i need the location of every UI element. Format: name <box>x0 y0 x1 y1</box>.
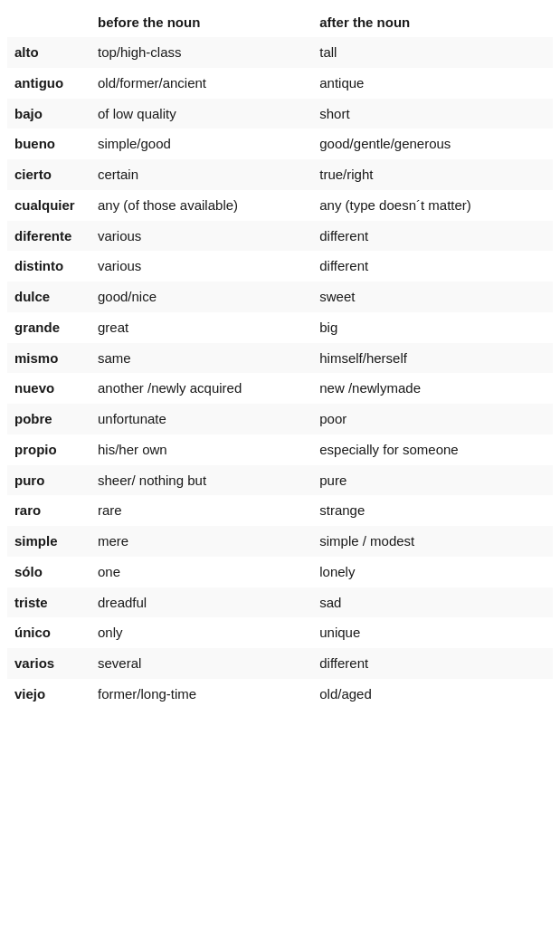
word-cell: antiguo <box>7 68 90 99</box>
table-row: altotop/high-classtall <box>7 37 553 68</box>
adjectives-table: before the noun after the noun altotop/h… <box>7 9 553 710</box>
after-cell: true/right <box>312 159 553 190</box>
before-cell: dreadful <box>90 587 312 618</box>
main-container: before the noun after the noun altotop/h… <box>0 0 560 719</box>
before-cell: of low quality <box>90 99 312 129</box>
table-row: grandegreatbig <box>7 312 553 343</box>
word-cell: varios <box>7 648 90 679</box>
after-cell: tall <box>312 37 553 68</box>
table-body: altotop/high-classtallantiguoold/former/… <box>7 37 553 710</box>
table-row: distintovariousdifferent <box>7 251 553 282</box>
before-cell: great <box>90 312 312 343</box>
table-row: buenosimple/goodgood/gentle/generous <box>7 129 553 159</box>
before-cell: his/her own <box>90 434 312 465</box>
word-cell: propio <box>7 434 90 465</box>
word-cell: distinto <box>7 251 90 282</box>
word-cell: bajo <box>7 99 90 129</box>
table-row: dulcegood/nicesweet <box>7 282 553 312</box>
word-cell: raro <box>7 495 90 526</box>
word-cell: puro <box>7 465 90 496</box>
before-cell: another /newly acquired <box>90 373 312 404</box>
before-cell: certain <box>90 159 312 190</box>
after-cell: different <box>312 251 553 282</box>
before-cell: only <box>90 617 312 648</box>
after-cell: himself/herself <box>312 343 553 374</box>
after-cell: poor <box>312 404 553 434</box>
before-cell: top/high-class <box>90 37 312 68</box>
after-cell: sweet <box>312 282 553 312</box>
before-cell: same <box>90 343 312 374</box>
word-cell: pobre <box>7 404 90 434</box>
after-cell: especially for someone <box>312 434 553 465</box>
table-row: diferentevariousdifferent <box>7 221 553 252</box>
before-cell: good/nice <box>90 282 312 312</box>
before-cell: any (of those available) <box>90 190 312 221</box>
word-cell: cualquier <box>7 190 90 221</box>
word-cell: alto <box>7 37 90 68</box>
before-cell: mere <box>90 526 312 557</box>
word-cell: sólo <box>7 557 90 587</box>
word-cell: diferente <box>7 221 90 252</box>
before-cell: rare <box>90 495 312 526</box>
word-cell: dulce <box>7 282 90 312</box>
table-row: propiohis/her ownespecially for someone <box>7 434 553 465</box>
word-cell: cierto <box>7 159 90 190</box>
before-cell: various <box>90 221 312 252</box>
after-cell: sad <box>312 587 553 618</box>
table-row: variosseveraldifferent <box>7 648 553 679</box>
table-row: nuevoanother /newly acquirednew /newlyma… <box>7 373 553 404</box>
before-cell: one <box>90 557 312 587</box>
before-cell: various <box>90 251 312 282</box>
word-cell: único <box>7 617 90 648</box>
after-cell: new /newlymade <box>312 373 553 404</box>
after-cell: lonely <box>312 557 553 587</box>
before-cell: sheer/ nothing but <box>90 465 312 496</box>
after-cell: pure <box>312 465 553 496</box>
table-row: purosheer/ nothing butpure <box>7 465 553 496</box>
table-row: viejoformer/long-timeold/aged <box>7 679 553 710</box>
after-cell: antique <box>312 68 553 99</box>
word-cell: bueno <box>7 129 90 159</box>
col-before-header: before the noun <box>90 9 312 37</box>
before-cell: simple/good <box>90 129 312 159</box>
after-cell: simple / modest <box>312 526 553 557</box>
table-row: rarorarestrange <box>7 495 553 526</box>
word-cell: simple <box>7 526 90 557</box>
table-row: bajoof low qualityshort <box>7 99 553 129</box>
table-row: mismosamehimself/herself <box>7 343 553 374</box>
table-row: ciertocertaintrue/right <box>7 159 553 190</box>
after-cell: old/aged <box>312 679 553 710</box>
after-cell: different <box>312 221 553 252</box>
after-cell: any (type doesn´t matter) <box>312 190 553 221</box>
after-cell: big <box>312 312 553 343</box>
col-word-header <box>7 9 90 37</box>
table-row: tristedreadfulsad <box>7 587 553 618</box>
before-cell: several <box>90 648 312 679</box>
word-cell: viejo <box>7 679 90 710</box>
table-row: cualquierany (of those available)any (ty… <box>7 190 553 221</box>
after-cell: good/gentle/generous <box>312 129 553 159</box>
table-row: antiguoold/former/ancientantique <box>7 68 553 99</box>
table-row: únicoonlyunique <box>7 617 553 648</box>
after-cell: strange <box>312 495 553 526</box>
word-cell: mismo <box>7 343 90 374</box>
word-cell: grande <box>7 312 90 343</box>
after-cell: unique <box>312 617 553 648</box>
after-cell: short <box>312 99 553 129</box>
header-row: before the noun after the noun <box>7 9 553 37</box>
before-cell: former/long-time <box>90 679 312 710</box>
col-after-header: after the noun <box>312 9 553 37</box>
before-cell: old/former/ancient <box>90 68 312 99</box>
table-row: simplemeresimple / modest <box>7 526 553 557</box>
word-cell: triste <box>7 587 90 618</box>
word-cell: nuevo <box>7 373 90 404</box>
before-cell: unfortunate <box>90 404 312 434</box>
table-row: pobreunfortunatepoor <box>7 404 553 434</box>
after-cell: different <box>312 648 553 679</box>
table-row: sóloonelonely <box>7 557 553 587</box>
